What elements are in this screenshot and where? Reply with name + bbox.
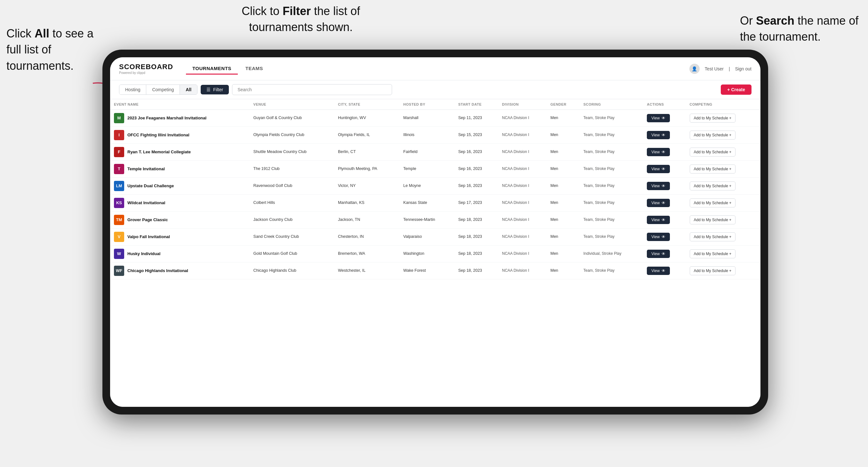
start-date: Sep 15, 2023 [455,127,498,144]
table-body: M 2023 Joe Feaganes Marshall Invitationa… [110,110,761,279]
gender: Men [547,178,580,195]
actions-cell: View 👁 [643,262,686,279]
scoring: Team, Stroke Play [580,262,643,279]
competing-cell: Add to My Schedule + [686,178,761,195]
venue: The 1912 Club [250,161,334,178]
scoring: Team, Stroke Play [580,161,643,178]
event-cell: LM Upstate Dual Challenge [114,181,246,191]
col-event-name: EVENT NAME [110,99,250,110]
user-avatar: 👤 [689,64,700,74]
team-logo: T [114,164,124,174]
view-button[interactable]: View 👁 [647,267,670,275]
add-to-schedule-button[interactable]: Add to My Schedule + [690,148,736,157]
event-cell: F Ryan T. Lee Memorial Collegiate [114,147,246,157]
start-date: Sep 16, 2023 [455,161,498,178]
scoring: Individual, Stroke Play [580,246,643,262]
view-icon: 👁 [661,201,665,205]
event-name: Ryan T. Lee Memorial Collegiate [127,149,191,155]
actions-cell: View 👁 [643,228,686,246]
event-name: Temple Invitational [127,166,165,172]
start-date: Sep 18, 2023 [455,228,498,246]
table-row: I OFCC Fighting Illini Invitational Olym… [110,127,761,144]
city-state: Westchester, IL [334,262,399,279]
division: NCAA Division I [498,246,547,262]
actions-cell: View 👁 [643,195,686,212]
filter-all-button[interactable]: All [180,85,197,94]
tournaments-table-container: EVENT NAME VENUE CITY, STATE HOSTED BY S… [110,99,761,407]
signout-link[interactable]: Sign out [735,66,751,71]
add-to-schedule-button[interactable]: Add to My Schedule + [690,266,736,275]
filter-button[interactable]: ☰ Filter [201,85,229,94]
annotation-right: Or Search the name of the tournament. [740,13,862,45]
annotation-left: Click All to see a full list of tourname… [6,26,96,74]
tournaments-table: EVENT NAME VENUE CITY, STATE HOSTED BY S… [110,99,761,279]
filter-button-group: Hosting Competing All [119,85,197,95]
table-row: LM Upstate Dual Challenge Ravenwood Golf… [110,178,761,195]
create-button[interactable]: + Create [721,85,751,95]
actions-cell: View 👁 [643,161,686,178]
team-logo: LM [114,181,124,191]
logo-title: SCOREBOARD [119,63,173,71]
view-button[interactable]: View 👁 [647,182,670,190]
division: NCAA Division I [498,110,547,127]
add-to-schedule-button[interactable]: Add to My Schedule + [690,164,736,174]
view-button[interactable]: View 👁 [647,131,670,139]
actions-cell: View 👁 [643,127,686,144]
venue: Ravenwood Golf Club [250,178,334,195]
event-name: Grover Page Classic [127,217,168,223]
gender: Men [547,212,580,228]
hosted-by: Wake Forest [399,262,455,279]
division: NCAA Division I [498,228,547,246]
add-to-schedule-button[interactable]: Add to My Schedule + [690,232,736,241]
add-to-schedule-button[interactable]: Add to My Schedule + [690,249,736,258]
view-button[interactable]: View 👁 [647,216,670,224]
col-scoring: SCORING [580,99,643,110]
division: NCAA Division I [498,212,547,228]
view-button[interactable]: View 👁 [647,233,670,241]
filter-hosting-button[interactable]: Hosting [119,85,146,94]
view-button[interactable]: View 👁 [647,114,670,122]
add-to-schedule-button[interactable]: Add to My Schedule + [690,198,736,208]
start-date: Sep 16, 2023 [455,178,498,195]
filter-competing-button[interactable]: Competing [146,85,180,94]
view-icon: 👁 [661,235,665,239]
city-state: Huntington, WV [334,110,399,127]
venue: Colbert Hills [250,195,334,212]
nav-tab-teams[interactable]: TEAMS [239,63,270,74]
add-to-schedule-button[interactable]: Add to My Schedule + [690,131,736,139]
filter-icon: ☰ [207,87,211,92]
view-button[interactable]: View 👁 [647,199,670,207]
team-logo: I [114,130,124,140]
venue: Sand Creek Country Club [250,228,334,246]
view-icon: 👁 [661,116,665,120]
col-division: DIVISION [498,99,547,110]
hosted-by: Le Moyne [399,178,455,195]
actions-cell: View 👁 [643,212,686,228]
header-right: 👤 Test User | Sign out [689,64,751,74]
hosted-by: Valparaiso [399,228,455,246]
city-state: Olympia Fields, IL [334,127,399,144]
nav-tabs: TOURNAMENTS TEAMS [186,63,270,74]
city-state: Victor, NY [334,178,399,195]
add-to-schedule-button[interactable]: Add to My Schedule + [690,114,736,123]
event-cell: TM Grover Page Classic [114,215,246,225]
view-button[interactable]: View 👁 [647,148,670,156]
filter-label: Filter [213,87,223,92]
nav-tab-tournaments[interactable]: TOURNAMENTS [186,63,238,74]
city-state: Plymouth Meeting, PA [334,161,399,178]
gender: Men [547,161,580,178]
add-to-schedule-button[interactable]: Add to My Schedule + [690,215,736,224]
scoring: Team, Stroke Play [580,178,643,195]
event-cell: W Husky Individual [114,249,246,259]
view-button[interactable]: View 👁 [647,165,670,173]
city-state: Chesterton, IN [334,228,399,246]
search-input[interactable] [232,84,392,95]
venue: Gold Mountain Golf Club [250,246,334,262]
add-to-schedule-button[interactable]: Add to My Schedule + [690,182,736,190]
view-button[interactable]: View 👁 [647,250,670,258]
event-cell: I OFCC Fighting Illini Invitational [114,130,246,140]
event-cell: T Temple Invitational [114,164,246,174]
start-date: Sep 16, 2023 [455,144,498,161]
competing-cell: Add to My Schedule + [686,127,761,144]
hosted-by: Marshall [399,110,455,127]
